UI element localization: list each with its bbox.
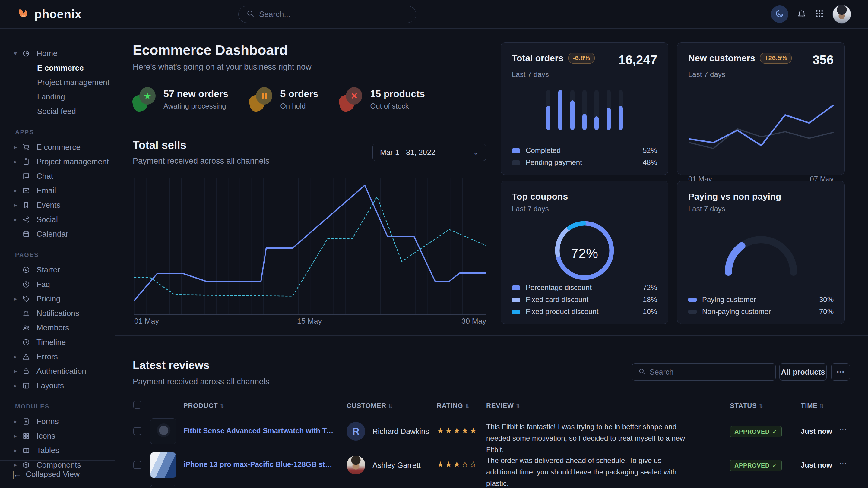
new-customers-badge: +26.5% <box>760 53 792 64</box>
sidebar-item-forms[interactable]: ▸ Forms <box>0 414 115 429</box>
calendar-icon <box>22 230 30 238</box>
caret-right-icon: ▸ <box>14 447 20 454</box>
review-row-2: iPhone 13 pro max-Pacific Blue-128GB sto… <box>115 448 868 482</box>
order-bar-4 <box>582 90 587 130</box>
reviews-search[interactable] <box>632 363 776 381</box>
col-rating[interactable]: RATING⇅ <box>437 402 470 410</box>
brand-name: phoenix <box>34 7 82 21</box>
sidebar-item-starter[interactable]: ▸ Starter <box>0 263 115 277</box>
sort-icon: ⇅ <box>819 403 824 409</box>
search-icon <box>246 10 254 19</box>
sidebar-item-layouts[interactable]: ▸ Layouts <box>0 378 115 393</box>
sidebar-item-notifications[interactable]: ▸ Notifications <box>0 306 115 320</box>
status-badge: APPROVED✓ <box>730 460 782 471</box>
brand[interactable]: phoenix <box>0 7 127 22</box>
sidebar-item-icons[interactable]: ▸ Icons <box>0 429 115 443</box>
date-range-select[interactable]: Mar 1 - 31, 2022 ⌄ <box>372 144 486 161</box>
sidebar-section-apps: APPS <box>15 129 115 136</box>
total-orders-value: 16,247 <box>619 53 657 67</box>
global-search[interactable] <box>238 6 416 23</box>
col-product[interactable]: PRODUCT⇅ <box>183 402 224 410</box>
product-thumbnail[interactable] <box>150 485 176 488</box>
sidebar-section-modules: MODULES <box>15 403 115 410</box>
product-thumbnail[interactable] <box>150 452 176 478</box>
row-checkbox[interactable] <box>133 427 142 435</box>
sort-icon: ⇅ <box>516 403 520 409</box>
sidebar-item-timeline[interactable]: ▸ Timeline <box>0 335 115 349</box>
reviews-table-header: PRODUCT⇅ CUSTOMER⇅ RATING⇅ REVIEW⇅ STATU… <box>115 399 868 414</box>
sidebar-item-events[interactable]: ▸ Events <box>0 198 115 212</box>
sidebar-item-social-feed[interactable]: Social feed <box>0 104 115 119</box>
question-icon <box>22 281 30 288</box>
review-row-3-partial <box>115 482 868 488</box>
sidebar-item-e-commerce[interactable]: E commerce <box>0 61 115 75</box>
order-bar-2 <box>558 90 562 130</box>
caret-right-icon: ▸ <box>14 295 20 302</box>
total-sells-chart <box>134 178 486 315</box>
user-avatar[interactable] <box>832 5 851 24</box>
caret-right-icon: ▸ <box>14 418 20 425</box>
sidebar-item-project-management[interactable]: ▸ Project management <box>0 154 115 169</box>
clipboard-icon <box>22 158 30 165</box>
sidebar-item-e-commerce[interactable]: ▸ E commerce <box>0 140 115 154</box>
caret-right-icon: ▸ <box>14 216 20 223</box>
sidebar-item-calendar[interactable]: ▸ Calendar <box>0 227 115 241</box>
col-time[interactable]: TIME⇅ <box>801 402 824 410</box>
order-bar-7 <box>619 90 623 130</box>
latest-reviews-title: Latest reviews <box>133 359 210 372</box>
caret-right-icon: ▸ <box>14 432 20 440</box>
sidebar: ▾ HomeE commerceProject managementLandin… <box>0 29 115 488</box>
sidebar-item-project-management[interactable]: Project management <box>0 75 115 90</box>
notifications-button[interactable] <box>797 9 806 20</box>
product-link[interactable]: Fitbit Sense Advanced Smartwatch with To… <box>183 426 334 435</box>
legend-non-paying-customer: Non-paying customer 70% <box>688 307 834 316</box>
sidebar-item-faq[interactable]: ▸ Faq <box>0 277 115 291</box>
legend-percentage-discount: Percentage discount 72% <box>512 283 657 292</box>
stats-divider <box>133 127 486 127</box>
collapsed-view-toggle[interactable]: |← Collapsed View <box>0 460 115 488</box>
product-link[interactable]: iPhone 13 pro max-Pacific Blue-128GB sto… <box>183 460 334 469</box>
select-all-checkbox[interactable] <box>133 400 142 409</box>
all-products-button[interactable]: All products <box>779 363 827 381</box>
col-status[interactable]: STATUS⇅ <box>730 402 763 410</box>
caret-right-icon: ▸ <box>14 158 20 165</box>
row-checkbox[interactable] <box>133 461 142 469</box>
sidebar-item-members[interactable]: ▸ Members <box>0 320 115 335</box>
col-customer[interactable]: CUSTOMER⇅ <box>346 402 393 410</box>
sidebar-item-home[interactable]: ▾ Home <box>0 46 115 61</box>
caret-down-icon: ▾ <box>14 50 20 57</box>
sidebar-item-chat[interactable]: ▸ Chat <box>0 169 115 183</box>
sidebar-item-social[interactable]: ▸ Social <box>0 212 115 227</box>
row-menu-button[interactable]: ⋯ <box>839 425 847 434</box>
users-icon <box>22 324 30 331</box>
total-orders-badge: -6.8% <box>568 53 594 64</box>
sidebar-item-pricing[interactable]: ▸ Pricing <box>0 291 115 306</box>
sidebar-item-tables[interactable]: ▸ Tables <box>0 443 115 458</box>
stat-orders-on-hold: 5 orders On hold <box>249 87 318 111</box>
apps-menu-button[interactable] <box>815 9 824 19</box>
search-input[interactable] <box>259 10 408 19</box>
sidebar-item-authentication[interactable]: ▸ Authentication <box>0 364 115 378</box>
stats-row: ★ 57 new orders Awating processing 5 ord… <box>133 87 425 111</box>
row-menu-button[interactable]: ⋯ <box>839 458 847 468</box>
sidebar-section-pages: PAGES <box>15 251 115 258</box>
top-coupons-card: Top coupons Last 7 days 72% Percentage d… <box>501 181 668 324</box>
phoenix-logo-icon <box>16 7 30 22</box>
on-hold-pause-icon <box>249 87 272 111</box>
reviews-search-input[interactable] <box>650 368 769 377</box>
new-customers-line-chart <box>688 88 834 167</box>
coupons-donut-center: 72% <box>501 246 668 261</box>
sidebar-item-landing[interactable]: Landing <box>0 90 115 104</box>
new-customers-title: New customers <box>688 53 755 63</box>
col-review[interactable]: REVIEW⇅ <box>486 402 520 410</box>
layout-icon <box>22 382 30 389</box>
product-thumbnail[interactable] <box>150 418 176 444</box>
review-time: Just now <box>801 427 832 435</box>
sidebar-item-errors[interactable]: ▸ Errors <box>0 349 115 364</box>
grid4-icon <box>22 432 30 440</box>
clock-icon <box>22 338 30 346</box>
reviews-more-button[interactable]: ⋯ <box>831 363 850 381</box>
sidebar-item-email[interactable]: ▸ Email <box>0 183 115 198</box>
theme-toggle-button[interactable] <box>771 5 788 23</box>
status-badge: APPROVED✓ <box>730 426 782 437</box>
